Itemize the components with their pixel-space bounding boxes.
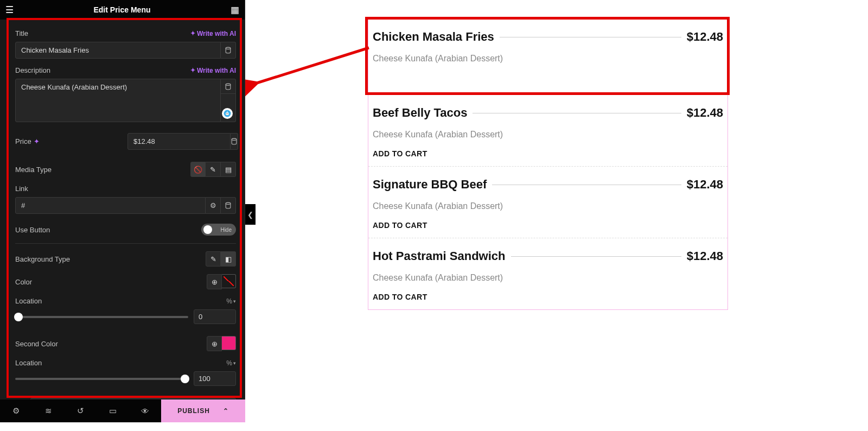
menu-item-title: Beef Belly Tacos — [373, 106, 467, 120]
menu-item-desc: Cheese Kunafa (Arabian Dessert) — [373, 130, 723, 140]
title-clear-icon[interactable] — [221, 42, 236, 59]
description-label: Description — [15, 66, 50, 74]
bottom-toolbar: ⚙ ≋ ↺ ▭ 👁 PUBLISH ⌃ — [0, 400, 245, 422]
chevron-up-icon: ⌃ — [223, 407, 229, 415]
menu-item-title: Signature BBQ Beef — [373, 178, 487, 192]
media-type-group: 🚫 ✎ ▤ — [190, 162, 236, 177]
panel-body: Title Write with AI Description Write wi… — [0, 20, 245, 400]
media-image-icon[interactable]: ▤ — [221, 162, 236, 177]
panel-collapse-tab[interactable]: ❮ — [245, 204, 256, 225]
divider — [15, 243, 236, 244]
location1-input[interactable] — [194, 309, 236, 324]
write-with-ai-desc[interactable]: Write with AI — [190, 67, 236, 74]
ai-robot-icon[interactable] — [222, 108, 233, 119]
edit-panel: ☰ Edit Price Menu ▦ Title Write with AI … — [0, 0, 245, 400]
annotation-arrow — [245, 37, 378, 107]
media-brush-icon[interactable]: ✎ — [206, 162, 221, 177]
menu-item: Beef Belly Tacos $12.48 Cheese Kunafa (A… — [368, 95, 727, 167]
write-with-ai-title[interactable]: Write with AI — [190, 30, 236, 37]
svg-point-8 — [226, 202, 231, 204]
color-label: Color — [15, 278, 32, 286]
slider-thumb[interactable] — [181, 375, 189, 383]
menu-item-price: $12.48 — [687, 178, 723, 192]
menu-item: Hot Pastrami Sandwich $12.48 Cheese Kuna… — [368, 238, 727, 309]
svg-point-0 — [226, 47, 231, 49]
menu-divider — [500, 37, 681, 37]
panel-title: Edit Price Menu — [93, 5, 150, 14]
menu-item: Signature BBQ Beef $12.48 Cheese Kunafa … — [368, 167, 727, 238]
add-to-cart-button[interactable]: ADD TO CART — [373, 221, 427, 230]
price-label: Price✦ — [15, 137, 40, 145]
second-color-global-icon[interactable]: ⊕ — [207, 336, 222, 351]
menu-icon[interactable]: ☰ — [5, 4, 14, 16]
history-icon[interactable]: ↺ — [65, 400, 97, 422]
media-none-icon[interactable]: 🚫 — [190, 162, 206, 177]
location1-unit[interactable]: % — [226, 297, 236, 305]
second-color-swatch[interactable] — [222, 336, 236, 350]
menu-item[interactable]: Chicken Masala Fries $12.48 Cheese Kunaf… — [368, 19, 727, 95]
link-label: Link — [15, 185, 28, 193]
svg-point-7 — [232, 138, 237, 140]
use-button-label: Use Button — [15, 226, 50, 234]
link-clear-icon[interactable] — [221, 197, 236, 214]
description-input[interactable]: Cheese Kunafa (Arabian Dessert) — [15, 79, 221, 122]
layers-icon[interactable]: ≋ — [32, 400, 64, 422]
bg-gradient-icon[interactable]: ◧ — [221, 251, 236, 267]
price-clear-icon[interactable] — [231, 133, 238, 150]
background-type-label: Background Type — [15, 255, 70, 263]
second-color-label: Second Color — [15, 340, 58, 348]
color-global-icon[interactable]: ⊕ — [207, 274, 222, 289]
svg-point-5 — [227, 113, 228, 114]
slider-thumb[interactable] — [14, 313, 23, 321]
settings-icon[interactable]: ⚙ — [0, 400, 32, 422]
publish-button[interactable]: PUBLISH ⌃ — [161, 400, 245, 422]
location2-input[interactable] — [194, 371, 236, 386]
location2-unit[interactable]: % — [226, 359, 236, 367]
title-input[interactable] — [15, 42, 221, 59]
menu-item-title: Hot Pastrami Sandwich — [373, 249, 506, 263]
add-to-cart-button[interactable]: ADD TO CART — [373, 149, 427, 158]
svg-line-9 — [255, 48, 369, 84]
location1-slider[interactable] — [15, 316, 188, 318]
location2-slider[interactable] — [15, 378, 188, 380]
price-input[interactable] — [127, 133, 231, 150]
link-settings-icon[interactable]: ⚙ — [206, 197, 221, 214]
svg-point-4 — [226, 113, 227, 114]
add-to-cart-button[interactable]: ADD TO CART — [373, 293, 427, 301]
title-label: Title — [15, 29, 28, 37]
menu-item-desc: Cheese Kunafa (Arabian Dessert) — [373, 201, 723, 211]
svg-rect-6 — [227, 111, 227, 112]
menu-item-price: $12.48 — [687, 30, 723, 44]
svg-point-1 — [226, 84, 231, 85]
apps-grid-icon[interactable]: ▦ — [231, 4, 239, 16]
color-swatch-none[interactable] — [222, 274, 236, 288]
description-clear-icon[interactable] — [221, 79, 236, 94]
bg-solid-icon[interactable]: ✎ — [206, 251, 221, 267]
link-input[interactable] — [15, 197, 206, 214]
panel-header: ☰ Edit Price Menu ▦ — [0, 0, 245, 20]
use-button-toggle[interactable]: Hide — [201, 224, 236, 236]
preview-icon[interactable]: 👁 — [129, 400, 161, 422]
toggle-knob — [203, 225, 212, 234]
media-type-label: Media Type — [15, 166, 52, 174]
location2-label: Location — [15, 359, 42, 367]
menu-item-title: Chicken Masala Fries — [373, 30, 494, 44]
svg-rect-3 — [226, 112, 229, 115]
menu-item-desc: Cheese Kunafa (Arabian Dessert) — [373, 273, 723, 283]
devices-icon[interactable]: ▭ — [97, 400, 129, 422]
menu-preview: Chicken Masala Fries $12.48 Cheese Kunaf… — [368, 18, 728, 310]
menu-item-price: $12.48 — [687, 106, 723, 120]
menu-item-price: $12.48 — [687, 249, 723, 263]
menu-item-desc: Cheese Kunafa (Arabian Dessert) — [373, 54, 723, 64]
location1-label: Location — [15, 297, 42, 305]
